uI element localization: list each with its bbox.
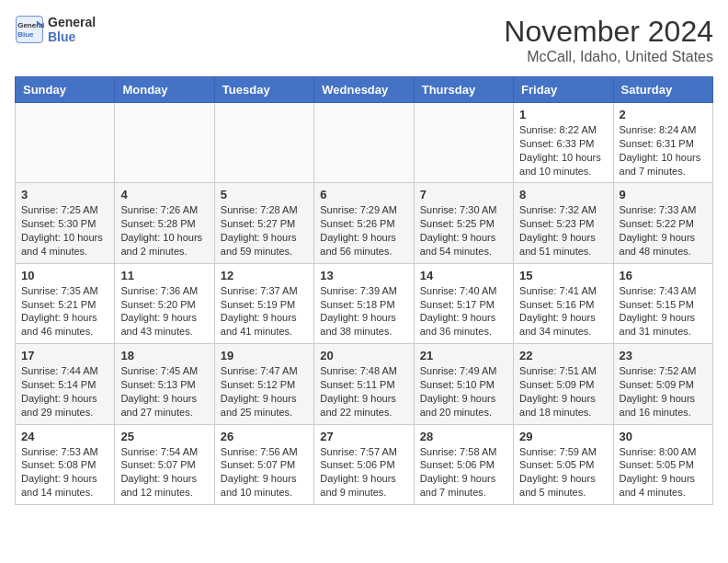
day-info-line: Sunset: 5:15 PM	[620, 298, 707, 312]
svg-text:General: General	[17, 21, 44, 29]
day-info-line: Daylight: 9 hours and 31 minutes.	[620, 311, 707, 339]
day-number: 6	[320, 188, 407, 201]
calendar-cell: 19Sunrise: 7:47 AMSunset: 5:12 PMDayligh…	[214, 344, 313, 424]
day-info-line: Sunrise: 7:56 AM	[221, 445, 308, 459]
day-info-line: Sunset: 5:17 PM	[420, 298, 507, 312]
day-number: 22	[519, 349, 607, 362]
day-info-line: Sunset: 5:26 PM	[320, 217, 407, 231]
day-info-line: Sunrise: 7:29 AM	[320, 203, 407, 217]
calendar-cell: 3Sunrise: 7:25 AMSunset: 5:30 PMDaylight…	[16, 183, 115, 263]
day-info-line: Daylight: 9 hours and 46 minutes.	[21, 311, 108, 339]
day-number: 7	[420, 188, 507, 201]
day-number: 30	[620, 430, 707, 443]
week-row-1: 1Sunrise: 8:22 AMSunset: 6:33 PMDaylight…	[16, 103, 713, 183]
calendar-cell	[414, 103, 513, 183]
week-row-2: 3Sunrise: 7:25 AMSunset: 5:30 PMDaylight…	[16, 183, 713, 263]
day-info-line: Daylight: 10 hours and 7 minutes.	[620, 151, 707, 178]
calendar-cell: 17Sunrise: 7:44 AMSunset: 5:14 PMDayligh…	[16, 344, 115, 424]
day-number: 15	[519, 269, 607, 282]
calendar-cell: 4Sunrise: 7:26 AMSunset: 5:28 PMDaylight…	[115, 183, 214, 263]
calendar-cell: 28Sunrise: 7:58 AMSunset: 5:06 PMDayligh…	[414, 424, 513, 504]
day-info-line: Sunrise: 7:47 AM	[221, 364, 308, 378]
calendar-cell: 8Sunrise: 7:32 AMSunset: 5:23 PMDaylight…	[514, 183, 613, 263]
calendar-header-row: SundayMondayTuesdayWednesdayThursdayFrid…	[16, 77, 713, 103]
day-number: 16	[620, 269, 707, 282]
day-info-line: Sunrise: 7:40 AM	[420, 284, 507, 298]
day-info-line: Daylight: 9 hours and 22 minutes.	[320, 392, 407, 419]
day-number: 24	[21, 430, 108, 443]
day-info-line: Sunset: 5:19 PM	[221, 298, 308, 312]
day-info-line: Sunrise: 7:45 AM	[120, 364, 208, 378]
day-number: 29	[519, 430, 607, 443]
day-info-line: Sunrise: 7:28 AM	[221, 203, 308, 217]
day-info-line: Sunrise: 7:59 AM	[519, 445, 607, 459]
day-info-line: Daylight: 9 hours and 36 minutes.	[420, 311, 507, 339]
day-number: 25	[120, 430, 208, 443]
day-info-line: Daylight: 9 hours and 25 minutes.	[221, 392, 308, 419]
day-info-line: Sunrise: 7:49 AM	[420, 364, 507, 378]
day-info-line: Daylight: 9 hours and 18 minutes.	[519, 392, 607, 419]
day-info-line: Daylight: 9 hours and 48 minutes.	[620, 231, 707, 259]
day-info-line: Daylight: 10 hours and 10 minutes.	[519, 151, 607, 178]
calendar-cell: 20Sunrise: 7:48 AMSunset: 5:11 PMDayligh…	[314, 344, 414, 424]
day-number: 23	[620, 349, 707, 362]
day-number: 14	[420, 269, 507, 282]
day-info-line: Sunrise: 7:35 AM	[21, 284, 108, 298]
logo-icon: General Blue	[15, 15, 44, 44]
day-info-line: Daylight: 9 hours and 12 minutes.	[120, 472, 208, 500]
day-header-tuesday: Tuesday	[214, 77, 313, 103]
day-info-line: Sunrise: 7:41 AM	[519, 284, 607, 298]
day-info-line: Sunset: 5:14 PM	[21, 378, 108, 392]
calendar-cell: 18Sunrise: 7:45 AMSunset: 5:13 PMDayligh…	[115, 344, 214, 424]
day-info-line: Sunset: 6:31 PM	[620, 137, 707, 151]
day-number: 26	[221, 430, 308, 443]
day-info-line: Sunset: 5:10 PM	[420, 378, 507, 392]
week-row-5: 24Sunrise: 7:53 AMSunset: 5:08 PMDayligh…	[16, 424, 713, 504]
calendar-cell: 27Sunrise: 7:57 AMSunset: 5:06 PMDayligh…	[314, 424, 414, 504]
day-info-line: Sunrise: 7:52 AM	[620, 364, 707, 378]
calendar-cell: 23Sunrise: 7:52 AMSunset: 5:09 PMDayligh…	[613, 344, 712, 424]
day-info-line: Sunset: 5:06 PM	[320, 458, 407, 472]
day-info-line: Sunrise: 7:37 AM	[221, 284, 308, 298]
day-info-line: Daylight: 9 hours and 7 minutes.	[420, 472, 507, 500]
day-number: 3	[21, 188, 108, 201]
calendar-cell	[16, 103, 115, 183]
day-info-line: Sunset: 5:07 PM	[221, 458, 308, 472]
day-info-line: Sunrise: 7:39 AM	[320, 284, 407, 298]
day-info-line: Sunset: 5:23 PM	[519, 217, 607, 231]
day-info-line: Daylight: 9 hours and 4 minutes.	[620, 472, 707, 500]
calendar-cell: 13Sunrise: 7:39 AMSunset: 5:18 PMDayligh…	[314, 263, 414, 343]
day-info-line: Sunrise: 7:51 AM	[519, 364, 607, 378]
day-info-line: Sunset: 5:11 PM	[320, 378, 407, 392]
day-info-line: Daylight: 9 hours and 14 minutes.	[21, 472, 108, 500]
logo-blue: Blue	[48, 29, 96, 44]
calendar-cell: 5Sunrise: 7:28 AMSunset: 5:27 PMDaylight…	[214, 183, 313, 263]
title-area: November 2024 McCall, Idaho, United Stat…	[504, 15, 713, 65]
day-header-friday: Friday	[514, 77, 613, 103]
day-number: 9	[620, 188, 707, 201]
day-info-line: Sunset: 5:20 PM	[120, 298, 208, 312]
day-info-line: Daylight: 9 hours and 29 minutes.	[21, 392, 108, 419]
day-info-line: Daylight: 9 hours and 16 minutes.	[620, 392, 707, 419]
day-info-line: Sunrise: 7:26 AM	[120, 203, 208, 217]
day-info-line: Daylight: 9 hours and 56 minutes.	[320, 231, 407, 259]
day-info-line: Sunrise: 7:44 AM	[21, 364, 108, 378]
day-number: 18	[120, 349, 208, 362]
day-info-line: Sunset: 5:05 PM	[620, 458, 707, 472]
day-info-line: Sunrise: 7:48 AM	[320, 364, 407, 378]
day-number: 4	[120, 188, 208, 201]
day-info-line: Sunrise: 7:58 AM	[420, 445, 507, 459]
day-info-line: Sunrise: 7:30 AM	[420, 203, 507, 217]
location-subtitle: McCall, Idaho, United States	[504, 49, 713, 65]
calendar-cell: 15Sunrise: 7:41 AMSunset: 5:16 PMDayligh…	[514, 263, 613, 343]
day-number: 2	[620, 108, 707, 121]
day-info-line: Daylight: 9 hours and 54 minutes.	[420, 231, 507, 259]
calendar-cell: 9Sunrise: 7:33 AMSunset: 5:22 PMDaylight…	[613, 183, 712, 263]
day-info-line: Sunset: 5:09 PM	[620, 378, 707, 392]
day-info-line: Daylight: 9 hours and 9 minutes.	[320, 472, 407, 500]
day-number: 20	[320, 349, 407, 362]
day-number: 19	[221, 349, 308, 362]
calendar-cell: 25Sunrise: 7:54 AMSunset: 5:07 PMDayligh…	[115, 424, 214, 504]
day-info-line: Daylight: 9 hours and 27 minutes.	[120, 392, 208, 419]
day-info-line: Sunrise: 8:22 AM	[519, 123, 607, 137]
